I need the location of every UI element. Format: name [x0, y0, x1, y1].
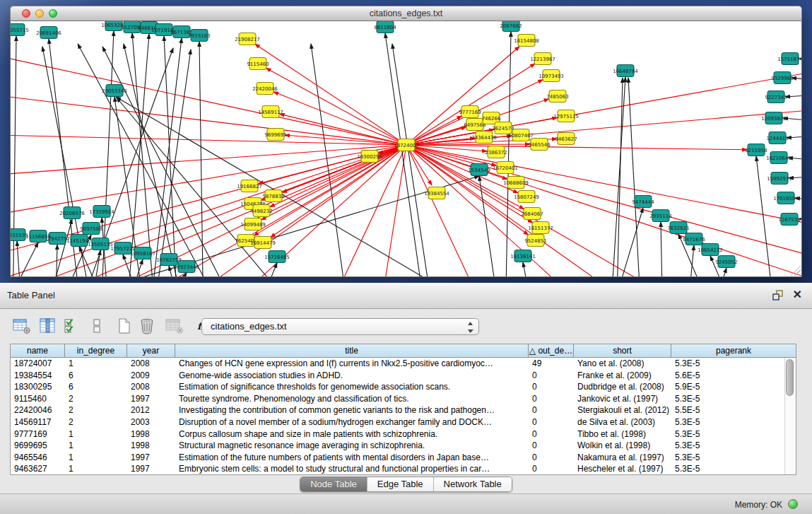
table-row[interactable]: 911546021997Tourette syndrome. Phenomeno… [11, 393, 796, 405]
graph-node-label: 2684067 [521, 211, 543, 217]
column-header-short[interactable]: short [574, 344, 671, 357]
table-cell: 9777169 [11, 428, 65, 440]
graph-node-label: 19384554 [424, 191, 449, 197]
select-columns-checklist-icon[interactable] [64, 317, 79, 334]
table-toolbar: f(x) [13, 314, 214, 338]
column-header-title[interactable]: title [175, 344, 529, 357]
graph-node-label: 7915183 [188, 33, 210, 39]
graph-node-label: 9227343 [765, 95, 787, 100]
column-header-pagerank[interactable]: pagerank [671, 344, 796, 357]
table-row[interactable]: 2242004622012Investigating the contribut… [11, 404, 796, 416]
graph-node-label: 20053346 [102, 88, 127, 94]
tab-edge-table[interactable]: Edge Table [367, 477, 434, 491]
table-cell: 0 [529, 404, 574, 416]
column-header-name[interactable]: name [11, 344, 65, 357]
graph-node-label: 5878832 [262, 194, 284, 199]
tab-node-table[interactable]: Node Table [300, 477, 367, 491]
graph-node-label: 2386372 [485, 150, 507, 156]
graph-node-label: 15807249 [514, 194, 539, 200]
table-cell: Estimation of significance thresholds fo… [175, 381, 529, 393]
tab-network-table[interactable]: Network Table [434, 477, 512, 491]
table-tabs-bar: Node Table Edge Table Network Table [0, 477, 812, 492]
network-canvas[interactable]: 1872400797771696497568746266362457424364… [10, 21, 802, 277]
table-cell: 6 [65, 381, 127, 393]
column-header-out_de[interactable]: △ out_de… [529, 344, 574, 357]
table-cell: 1 [65, 452, 127, 464]
table-row[interactable]: 946554611997Estimation of the future num… [11, 452, 796, 464]
table-settings-icon[interactable] [13, 317, 31, 334]
table-cell: 0 [529, 440, 574, 452]
table-vertical-scrollbar[interactable] [784, 358, 796, 474]
column-header-in_degree[interactable]: in_degree [65, 344, 127, 357]
table-cell: 0 [529, 416, 574, 428]
graph-edge [406, 64, 801, 145]
table-selector-combobox[interactable]: citations_edges.txt [201, 318, 479, 335]
graph-edge [378, 145, 406, 276]
table-row[interactable]: 969969511998Structural magnetic resonanc… [11, 440, 796, 452]
graph-node-label: 16154808 [514, 38, 539, 44]
table-cell: Stergiakouli et al. (2012) [574, 404, 671, 416]
table-cell: Investigating the contribution of common… [175, 404, 529, 416]
table-cell: 5.9E-5 [671, 381, 796, 393]
table-cell: Wolkin et al. (1998) [574, 440, 671, 452]
table-cell: 0 [529, 428, 574, 440]
table-cell: 5.3E-5 [671, 452, 796, 464]
traffic-light-minimize-button[interactable] [35, 9, 44, 18]
network-window-titlebar[interactable]: citations_edges.txt [10, 6, 802, 21]
cytoscape-network-desktop: citations_edges.txt 18724007977716964975… [0, 0, 812, 283]
table-row[interactable]: 1938455462009Genome-wide association stu… [11, 370, 796, 382]
graph-edge [11, 134, 406, 145]
close-panel-icon[interactable]: ✕ [793, 288, 802, 302]
table-row[interactable]: 1830029562008Estimation of significance … [11, 381, 796, 393]
graph-nodes: 1872400797771696497568746266362457424364… [11, 21, 801, 273]
graph-node-label: 12923448 [174, 264, 199, 270]
graph-node-label: 16136141 [510, 254, 536, 259]
traffic-light-close-button[interactable] [22, 9, 30, 18]
graph-node-label: 22420046 [252, 86, 278, 92]
graph-edge [261, 145, 406, 200]
graph-node-label: 16720401 [493, 165, 518, 171]
show-column-icon[interactable] [39, 317, 56, 334]
delete-trash-icon[interactable] [139, 317, 155, 334]
table-row[interactable]: 977716911998Corpus callosum shape and si… [11, 428, 796, 440]
graph-node-label: 24364436 [471, 135, 497, 141]
table-row[interactable]: 946362711997Embryonic stem cells: a mode… [11, 463, 796, 475]
table-cell: Changes of HCN gene expression and I(f) … [175, 358, 529, 370]
table-panel-titlebar: Table Panel ✕ [0, 283, 812, 309]
graph-node-label: 15992971 [767, 176, 792, 182]
table-cell: 0 [529, 452, 574, 464]
table-cell: 2008 [127, 358, 175, 370]
table-row[interactable]: 1456911722003Disruption of a novel membe… [11, 416, 796, 428]
delete-table-disabled-icon [165, 317, 184, 334]
table-cell: 5.3E-5 [671, 440, 796, 452]
table-cell: 1 [65, 463, 127, 475]
scrollbar-thumb[interactable] [786, 359, 794, 396]
graph-node-label: 18300295 [357, 154, 382, 160]
citation-graph[interactable]: 1872400797771696497568746266362457424364… [11, 21, 801, 276]
graph-node-label: 15751874 [777, 57, 801, 62]
graph-edge [406, 145, 801, 269]
table-row[interactable]: 1872400712008Changes of HCN gene express… [11, 358, 796, 370]
graph-node-label: 9524851 [524, 238, 546, 244]
table-selector-value: citations_edges.txt [202, 319, 478, 334]
float-window-icon[interactable] [772, 290, 784, 301]
table-cell: 5.3E-5 [671, 416, 796, 428]
column-header-year[interactable]: year [127, 344, 175, 357]
table-cell: 5.3E-5 [671, 393, 796, 405]
graph-node-label: 10654112 [698, 247, 723, 253]
graph-node-label: 12093822 [761, 116, 787, 122]
graph-node-label: 8215958 [745, 148, 767, 153]
table-cell: Genome-wide association studies in ADHD. [175, 370, 529, 382]
graph-edge [661, 222, 663, 276]
table-cell: Embryonic stem cells: a model to study s… [175, 463, 529, 475]
traffic-light-zoom-button[interactable] [49, 9, 57, 18]
window-title: citations_edges.txt [11, 6, 801, 21]
table-cell: 5.3E-5 [671, 428, 796, 440]
table-cell: 18724007 [11, 358, 65, 370]
table-cell: Dudbridge et al. (2008) [574, 381, 671, 393]
table-cell: 1997 [127, 393, 175, 405]
checkbox-list-icon[interactable] [91, 317, 102, 334]
table-cell: 2003 [127, 416, 175, 428]
graph-node-label: 21908217 [235, 37, 260, 42]
new-table-document-icon[interactable] [117, 317, 131, 334]
